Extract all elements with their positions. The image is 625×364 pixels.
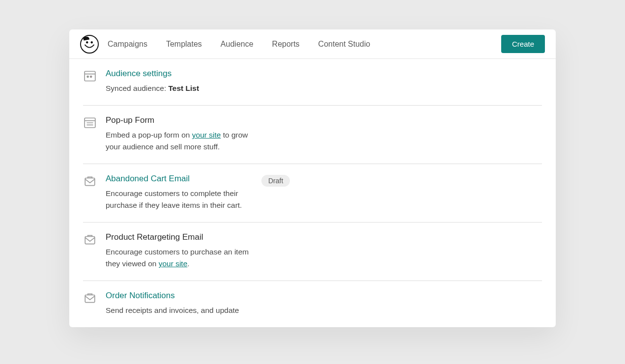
row-title: Product Retargeting Email bbox=[106, 232, 251, 242]
row-title[interactable]: Audience settings bbox=[106, 69, 251, 79]
row-description: Send receipts and invoices, and update bbox=[106, 305, 251, 316]
create-button[interactable]: Create bbox=[501, 35, 545, 53]
envelope-icon bbox=[83, 233, 97, 247]
row-audience-settings: Audience settings Synced audience: Test … bbox=[83, 59, 542, 106]
form-icon bbox=[83, 116, 97, 130]
monkey-icon bbox=[80, 35, 99, 54]
nav-campaigns[interactable]: Campaigns bbox=[108, 40, 147, 49]
your-site-link[interactable]: your site bbox=[192, 131, 221, 139]
status-badge: Draft bbox=[261, 175, 290, 187]
app-shell: Campaigns Templates Audience Reports Con… bbox=[69, 29, 556, 327]
top-bar: Campaigns Templates Audience Reports Con… bbox=[69, 29, 556, 59]
feature-list: Audience settings Synced audience: Test … bbox=[69, 59, 556, 327]
row-description: Synced audience: Test List bbox=[106, 83, 251, 94]
svg-rect-3 bbox=[85, 71, 95, 81]
nav-content-studio[interactable]: Content Studio bbox=[318, 40, 370, 49]
settings-panel-icon bbox=[83, 70, 97, 84]
svg-rect-11 bbox=[85, 178, 95, 186]
nav-templates[interactable]: Templates bbox=[166, 40, 202, 49]
svg-point-2 bbox=[91, 41, 93, 43]
brand-logo[interactable] bbox=[80, 35, 99, 54]
row-product-retargeting: Product Retargeting Email Encourage cust… bbox=[83, 223, 542, 281]
row-title[interactable]: Abandoned Cart Email bbox=[106, 174, 251, 184]
row-description: Embed a pop-up form on your site to grow… bbox=[106, 129, 251, 153]
svg-point-1 bbox=[86, 41, 88, 43]
main-nav: Campaigns Templates Audience Reports Con… bbox=[108, 40, 370, 49]
row-abandoned-cart: Abandoned Cart Email Encourage customers… bbox=[83, 164, 542, 223]
row-title: Pop-up Form bbox=[106, 115, 251, 125]
envelope-icon bbox=[83, 292, 97, 306]
row-title[interactable]: Order Notifications bbox=[106, 291, 251, 301]
row-description: Encourage customers to purchase an item … bbox=[106, 246, 251, 270]
row-popup-form: Pop-up Form Embed a pop-up form on your … bbox=[83, 106, 542, 164]
row-description: Encourage customers to complete their pu… bbox=[106, 188, 251, 211]
svg-point-0 bbox=[81, 35, 98, 53]
svg-rect-13 bbox=[85, 295, 95, 303]
row-order-notifications: Order Notifications Send receipts and in… bbox=[83, 281, 542, 327]
svg-point-5 bbox=[87, 76, 88, 78]
envelope-icon bbox=[83, 175, 97, 189]
your-site-link[interactable]: your site bbox=[159, 259, 188, 268]
nav-audience[interactable]: Audience bbox=[221, 40, 254, 49]
svg-point-6 bbox=[90, 76, 92, 78]
svg-rect-12 bbox=[85, 237, 95, 244]
nav-reports[interactable]: Reports bbox=[272, 40, 300, 49]
